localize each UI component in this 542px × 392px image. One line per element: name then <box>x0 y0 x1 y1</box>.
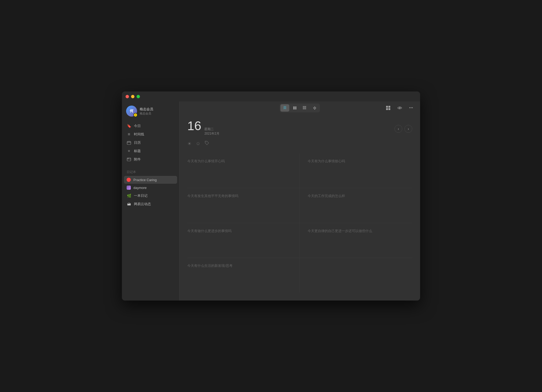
view-button-2[interactable] <box>290 104 299 112</box>
date-navigation: ‹ › <box>394 125 412 133</box>
tag-icon[interactable] <box>205 141 209 147</box>
timeline-icon: ≡ <box>127 132 131 137</box>
prev-date-button[interactable]: ‹ <box>394 125 402 133</box>
svg-point-22 <box>399 107 400 109</box>
notebook-list: Practice Caring daymore 🌿 一本日记 🏔 网易云动态 <box>122 176 179 208</box>
svg-rect-10 <box>304 106 305 107</box>
svg-rect-13 <box>304 107 305 108</box>
svg-rect-6 <box>293 106 294 109</box>
sidebar-item-title-label: 标题 <box>134 149 141 153</box>
svg-rect-8 <box>296 106 296 109</box>
journal-cell-work[interactable]: 今天的工作完成的怎么样 <box>300 188 412 223</box>
attachment-icon <box>127 157 131 162</box>
view-button-1[interactable] <box>280 104 289 112</box>
date-year-month: 2021年2月 <box>204 131 219 136</box>
journal-prompt-discovery: 今天有什么生活的新发现/思考 <box>187 264 233 268</box>
sidebar: 何 格志会员 格志会员 🔖 今日 ≡ 时间线 <box>122 101 179 301</box>
notebook-icon-yiben: 🌿 <box>127 193 131 198</box>
title-bar <box>122 91 420 101</box>
avatar-container: 何 <box>126 106 137 117</box>
grid-icon-button[interactable] <box>385 104 392 112</box>
traffic-lights <box>126 95 140 98</box>
svg-point-23 <box>206 142 206 142</box>
journal-cell-discipline[interactable]: 今天更自律的自己更进一步还可以做些什么 <box>300 223 412 258</box>
notebook-label-practice-caring: Practice Caring <box>133 178 157 182</box>
svg-rect-7 <box>295 106 295 109</box>
notebook-item-yiben[interactable]: 🌿 一本日记 <box>124 192 177 200</box>
journal-grid: 今天有为什么事情开心吗 今天有为什么事情烦心吗 今天有发生其他平平无奇的事情吗 … <box>179 151 420 301</box>
sun-mood-icon[interactable]: ☀ <box>187 141 191 147</box>
svg-rect-12 <box>303 107 304 108</box>
journal-cell-upset[interactable]: 今天有为什么事情烦心吗 <box>300 153 412 188</box>
svg-rect-19 <box>388 106 390 108</box>
date-meta: 星期二 2021年2月 <box>204 127 219 136</box>
svg-rect-14 <box>305 107 306 108</box>
view-button-4[interactable] <box>310 104 319 112</box>
journal-prompt-ordinary: 今天有发生其他平平无奇的事情吗 <box>187 194 238 198</box>
toolbar: ••• <box>179 101 420 114</box>
calendar-icon <box>127 140 131 145</box>
journal-cell-ordinary[interactable]: 今天有发生其他平平无奇的事情吗 <box>187 188 300 223</box>
journal-prompt-happy: 今天有为什么事情开心吗 <box>187 159 225 163</box>
sidebar-item-today[interactable]: 🔖 今日 <box>124 122 177 130</box>
close-button[interactable] <box>126 95 129 98</box>
notebooks-label: 日记本 <box>122 168 179 176</box>
notebook-label-yiben: 一本日记 <box>134 193 148 198</box>
user-name: 格志会员 <box>140 107 153 112</box>
notebook-label-wangyi: 网易云动态 <box>134 202 151 206</box>
date-header: 16 星期二 2021年2月 ‹ › <box>179 114 420 139</box>
sidebar-item-calendar-label: 日历 <box>134 140 141 145</box>
sidebar-item-attachment-label: 附件 <box>134 157 141 162</box>
notebook-item-daymore[interactable]: daymore <box>124 184 177 192</box>
maximize-button[interactable] <box>137 95 140 98</box>
sidebar-item-calendar[interactable]: 日历 <box>124 139 177 147</box>
svg-rect-20 <box>386 108 388 110</box>
sidebar-item-today-label: 今日 <box>134 124 141 128</box>
sidebar-item-timeline[interactable]: ≡ 时间线 <box>124 130 177 139</box>
mood-row: ☀ ☺ <box>179 139 420 151</box>
journal-prompt-progress: 今天有做什么更进步的事情吗 <box>187 229 232 233</box>
svg-rect-5 <box>128 158 129 159</box>
app-window: 何 格志会员 格志会员 🔖 今日 ≡ 时间线 <box>122 91 420 301</box>
avatar-badge <box>133 113 138 117</box>
journal-cell-discovery[interactable]: 今天有什么生活的新发现/思考 <box>187 258 300 293</box>
svg-rect-18 <box>386 106 388 108</box>
nav-section: 🔖 今日 ≡ 时间线 日历 <box>122 122 179 164</box>
sidebar-item-attachment[interactable]: 附件 <box>124 155 177 164</box>
journal-prompt-discipline: 今天更自律的自己更进一步还可以做些什么 <box>308 229 372 233</box>
user-section: 何 格志会员 格志会员 <box>122 106 179 122</box>
title-icon: ✳ <box>127 149 131 153</box>
sidebar-item-title[interactable]: ✳ 标题 <box>124 147 177 155</box>
main-area: ••• 16 星期二 2021年2月 ‹ › ☀ ☺ <box>179 101 420 301</box>
date-day: 16 <box>187 120 201 132</box>
journal-cell-happy[interactable]: 今天有为什么事情开心吗 <box>187 153 300 188</box>
notebook-label-daymore: daymore <box>133 186 147 190</box>
notebooks-section: 日记本 Practice Caring daymore 🌿 一本日记 <box>122 168 179 208</box>
minimize-button[interactable] <box>131 95 134 98</box>
toolbar-right: ••• <box>320 104 415 112</box>
svg-rect-0 <box>127 141 131 145</box>
user-membership: 格志会员 <box>140 112 153 116</box>
svg-rect-17 <box>305 108 306 109</box>
eye-icon-button[interactable] <box>396 104 403 112</box>
bookmark-icon: 🔖 <box>127 124 131 128</box>
view-switcher <box>280 103 320 112</box>
notebook-item-practice-caring[interactable]: Practice Caring <box>124 176 177 184</box>
svg-rect-4 <box>127 158 131 161</box>
svg-rect-21 <box>388 108 390 110</box>
next-date-button[interactable]: › <box>404 125 412 133</box>
more-options-button[interactable]: ••• <box>408 104 415 112</box>
main-content: 何 格志会员 格志会员 🔖 今日 ≡ 时间线 <box>122 101 420 301</box>
date-weekday: 星期二 <box>204 127 219 131</box>
notebook-icon-practice-caring <box>127 178 131 182</box>
notebook-icon-daymore <box>127 186 131 190</box>
sidebar-item-timeline-label: 时间线 <box>134 132 144 137</box>
svg-rect-16 <box>304 108 305 109</box>
journal-cell-progress[interactable]: 今天有做什么更进步的事情吗 <box>187 223 300 258</box>
svg-rect-9 <box>303 106 304 107</box>
view-button-3[interactable] <box>300 104 309 112</box>
svg-rect-11 <box>305 106 306 107</box>
notebook-item-wangyi[interactable]: 🏔 网易云动态 <box>124 200 177 208</box>
smiley-mood-icon[interactable]: ☺ <box>196 141 200 146</box>
user-info: 格志会员 格志会员 <box>140 107 153 116</box>
